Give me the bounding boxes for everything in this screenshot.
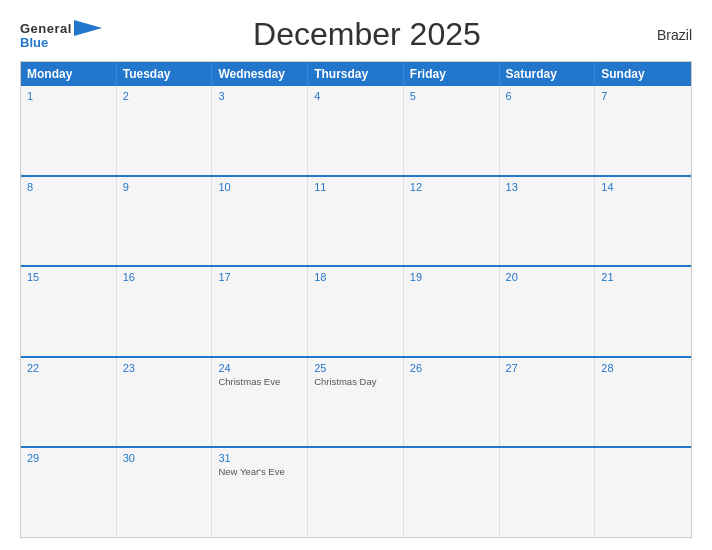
table-row: 17	[212, 267, 308, 356]
day-number: 4	[314, 90, 397, 102]
day-number: 17	[218, 271, 301, 283]
page-title: December 2025	[102, 16, 632, 53]
table-row	[404, 448, 500, 537]
day-number: 20	[506, 271, 589, 283]
table-row: 23	[117, 358, 213, 447]
day-number: 21	[601, 271, 685, 283]
day-event: Christmas Eve	[218, 376, 301, 388]
day-event: Christmas Day	[314, 376, 397, 388]
day-number: 25	[314, 362, 397, 374]
table-row: 22	[21, 358, 117, 447]
day-number: 18	[314, 271, 397, 283]
weekday-wednesday: Wednesday	[212, 62, 308, 86]
table-row: 8	[21, 177, 117, 266]
day-number: 23	[123, 362, 206, 374]
calendar-week-3: 15161718192021	[21, 265, 691, 356]
weekday-thursday: Thursday	[308, 62, 404, 86]
day-number: 24	[218, 362, 301, 374]
table-row: 30	[117, 448, 213, 537]
logo-general-text: General	[20, 22, 72, 35]
day-number: 22	[27, 362, 110, 374]
calendar-week-2: 891011121314	[21, 175, 691, 266]
day-number: 19	[410, 271, 493, 283]
table-row: 1	[21, 86, 117, 175]
day-number: 10	[218, 181, 301, 193]
day-number: 26	[410, 362, 493, 374]
table-row: 3	[212, 86, 308, 175]
day-number: 1	[27, 90, 110, 102]
day-number: 11	[314, 181, 397, 193]
table-row: 21	[595, 267, 691, 356]
weekday-monday: Monday	[21, 62, 117, 86]
table-row: 14	[595, 177, 691, 266]
page-header: General Blue December 2025 Brazil	[20, 16, 692, 53]
day-number: 3	[218, 90, 301, 102]
table-row: 9	[117, 177, 213, 266]
table-row: 18	[308, 267, 404, 356]
table-row: 11	[308, 177, 404, 266]
logo-blue-text: Blue	[20, 36, 48, 49]
table-row: 13	[500, 177, 596, 266]
day-number: 29	[27, 452, 110, 464]
day-number: 31	[218, 452, 301, 464]
table-row: 16	[117, 267, 213, 356]
day-number: 30	[123, 452, 206, 464]
day-number: 16	[123, 271, 206, 283]
calendar-page: General Blue December 2025 Brazil Monday…	[0, 0, 712, 550]
weekday-sunday: Sunday	[595, 62, 691, 86]
table-row: 10	[212, 177, 308, 266]
table-row: 15	[21, 267, 117, 356]
table-row: 27	[500, 358, 596, 447]
day-number: 27	[506, 362, 589, 374]
svg-marker-0	[74, 20, 102, 36]
table-row	[500, 448, 596, 537]
day-number: 28	[601, 362, 685, 374]
calendar-week-5: 293031New Year's Eve	[21, 446, 691, 537]
day-number: 12	[410, 181, 493, 193]
weekday-friday: Friday	[404, 62, 500, 86]
day-number: 6	[506, 90, 589, 102]
table-row: 5	[404, 86, 500, 175]
day-number: 14	[601, 181, 685, 193]
table-row: 20	[500, 267, 596, 356]
table-row: 25Christmas Day	[308, 358, 404, 447]
table-row: 7	[595, 86, 691, 175]
weekday-saturday: Saturday	[500, 62, 596, 86]
calendar-week-4: 222324Christmas Eve25Christmas Day262728	[21, 356, 691, 447]
table-row: 19	[404, 267, 500, 356]
table-row: 31New Year's Eve	[212, 448, 308, 537]
logo-flag-icon	[74, 20, 102, 36]
table-row: 26	[404, 358, 500, 447]
table-row: 4	[308, 86, 404, 175]
day-number: 7	[601, 90, 685, 102]
day-number: 15	[27, 271, 110, 283]
table-row	[308, 448, 404, 537]
table-row: 28	[595, 358, 691, 447]
day-number: 5	[410, 90, 493, 102]
calendar-header: Monday Tuesday Wednesday Thursday Friday…	[21, 62, 691, 86]
day-number: 9	[123, 181, 206, 193]
table-row: 24Christmas Eve	[212, 358, 308, 447]
day-number: 2	[123, 90, 206, 102]
table-row: 29	[21, 448, 117, 537]
calendar-week-1: 1234567	[21, 86, 691, 175]
day-number: 8	[27, 181, 110, 193]
calendar-body: 123456789101112131415161718192021222324C…	[21, 86, 691, 537]
country-label: Brazil	[632, 27, 692, 43]
table-row: 6	[500, 86, 596, 175]
weekday-tuesday: Tuesday	[117, 62, 213, 86]
calendar-grid: Monday Tuesday Wednesday Thursday Friday…	[20, 61, 692, 538]
table-row: 12	[404, 177, 500, 266]
day-number: 13	[506, 181, 589, 193]
logo: General Blue	[20, 20, 102, 49]
day-event: New Year's Eve	[218, 466, 301, 478]
table-row: 2	[117, 86, 213, 175]
table-row	[595, 448, 691, 537]
